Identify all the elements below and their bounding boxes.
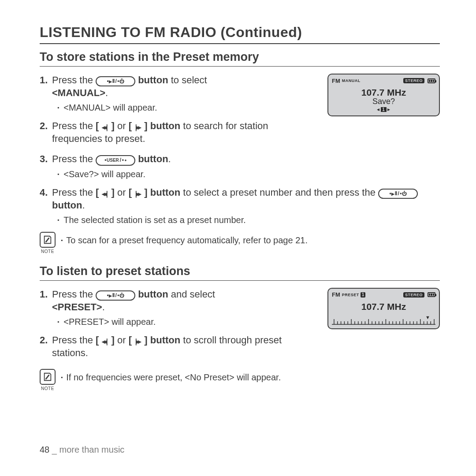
- text: to select a preset number and then press…: [180, 187, 378, 198]
- dev-fm-label: FM: [332, 291, 340, 298]
- skip-back-bracket: [ ◂◂∣ ]: [96, 120, 115, 131]
- skip-fwd-bracket: [ ∣▸▸ ]: [129, 335, 148, 346]
- step-number: 2.: [40, 119, 52, 145]
- dev-frequency: 107.7 MHz: [332, 87, 435, 98]
- skip-forward-icon: ∣▸▸: [134, 123, 141, 132]
- skip-back-icon: ◂◂∣: [102, 123, 109, 132]
- text: .: [105, 87, 108, 98]
- text: Press the: [52, 120, 96, 131]
- step-2: 2. Press the [ ◂◂∣ ] or [ ∣▸▸ ] button t…: [40, 119, 286, 145]
- battery-icon: [428, 292, 435, 297]
- text: Press the: [52, 289, 96, 300]
- footer-sep: _: [49, 445, 59, 454]
- dev-mode-manual: MANUAL: [342, 78, 361, 83]
- text: .: [168, 153, 171, 164]
- section-store-title: To store stations in the Preset memory: [40, 50, 440, 65]
- note-icon: [40, 369, 56, 385]
- text: Press the: [52, 153, 96, 164]
- sub-bullet: <MANUAL> will appear.: [57, 102, 286, 113]
- dev-marker-icon: ▼: [425, 315, 430, 320]
- step-1: 1. Press the II/ button to select <MANUA…: [40, 74, 286, 99]
- dev-tuning-ruler: ▼: [332, 316, 435, 325]
- skip-back-icon: ◂◂∣: [102, 190, 109, 198]
- note-text: To scan for a preset frequency automatic…: [61, 232, 308, 246]
- note-label: NOTE: [41, 386, 54, 391]
- text: or: [115, 335, 129, 346]
- note-text: If no frequencies were preset, <No Prese…: [61, 369, 281, 383]
- dev-fm-label: FM: [332, 78, 340, 84]
- user-rec-button-icon: USER/: [96, 155, 135, 166]
- sub-bullet: <Save?> will appear.: [57, 168, 286, 180]
- text-bold: button: [148, 187, 181, 198]
- step-number: 4.: [40, 186, 52, 212]
- step-number: 3.: [40, 152, 52, 166]
- text-bold: button: [135, 153, 168, 164]
- step-1: 1. Press the II/ button and select <PRES…: [40, 288, 286, 313]
- note-label: NOTE: [41, 249, 54, 254]
- skip-back-bracket: [ ◂◂∣ ]: [96, 335, 115, 346]
- device-screen-save: FM MANUAL STEREO 107.7 MHz Save? ◂1▸: [327, 74, 440, 116]
- text-bold: button: [52, 200, 82, 211]
- dev-stereo-badge: STEREO: [403, 78, 424, 83]
- play-pause-power-button-icon: II/: [96, 290, 135, 301]
- text: or: [115, 187, 129, 198]
- text: to select: [168, 74, 207, 86]
- dev-preset-number: 1: [361, 292, 366, 298]
- dev-stereo-badge: STEREO: [403, 292, 424, 298]
- section-rule: [40, 280, 440, 281]
- sub-bullet: The selected station is set as a preset …: [57, 214, 440, 226]
- skip-back-bracket: [ ◂◂∣ ]: [96, 187, 115, 198]
- text: .: [102, 301, 105, 312]
- sub-bullet: <PRESET> will appear.: [57, 316, 286, 327]
- skip-fwd-bracket: [ ∣▸▸ ]: [129, 187, 148, 198]
- dev-mode-preset: PRESET: [342, 293, 359, 297]
- note-block: NOTE To scan for a preset frequency auto…: [40, 232, 440, 254]
- step-3: 3. Press the USER/ button.: [40, 152, 286, 166]
- text-bold: button: [135, 289, 168, 300]
- text: Press the: [52, 335, 96, 346]
- dev-save-prompt: Save?: [332, 97, 435, 106]
- battery-icon: [428, 78, 435, 83]
- step-2: 2. Press the [ ◂◂∣ ] or [ ∣▸▸ ] button t…: [40, 334, 286, 359]
- section-listen-title: To listen to preset stations: [40, 264, 440, 279]
- text-bold: button: [148, 120, 181, 131]
- text-bold: button: [135, 74, 168, 86]
- text: or: [115, 120, 129, 131]
- text: Press the: [52, 74, 96, 86]
- dev-preset-selector: ◂1▸: [332, 106, 435, 112]
- step-number: 1.: [40, 288, 52, 313]
- text-bold: button: [148, 335, 181, 346]
- page-number: 48: [40, 445, 49, 454]
- text: and select: [168, 289, 215, 300]
- page-footer: 48 _ more than music: [40, 445, 124, 455]
- text: Press the: [52, 187, 96, 198]
- text-bold: <MANUAL>: [52, 87, 105, 98]
- text-bold: <PRESET>: [52, 301, 102, 312]
- note-block: NOTE If no frequencies were preset, <No …: [40, 369, 440, 391]
- footer-label: more than music: [60, 445, 125, 454]
- text: .: [82, 200, 85, 211]
- section-rule: [40, 66, 440, 67]
- dev-frequency: 107.7 MHz: [332, 301, 435, 312]
- skip-forward-icon: ∣▸▸: [134, 337, 141, 346]
- skip-forward-icon: ∣▸▸: [134, 190, 141, 198]
- play-pause-power-button-icon: II/: [378, 189, 418, 199]
- step-4: 4. Press the [ ◂◂∣ ] or [ ∣▸▸ ] button t…: [40, 186, 440, 212]
- skip-back-icon: ◂◂∣: [102, 337, 109, 346]
- step-number: 1.: [40, 74, 52, 99]
- title-rule: [40, 43, 440, 44]
- note-icon: [40, 232, 56, 248]
- device-screen-preset: FM PRESET 1 STEREO 107.7 MHz ▼: [327, 288, 440, 329]
- skip-fwd-bracket: [ ∣▸▸ ]: [129, 120, 148, 131]
- step-number: 2.: [40, 334, 52, 359]
- play-pause-power-button-icon: II/: [96, 76, 135, 86]
- page-title: LISTENING TO FM RADIO (Continued): [40, 24, 440, 42]
